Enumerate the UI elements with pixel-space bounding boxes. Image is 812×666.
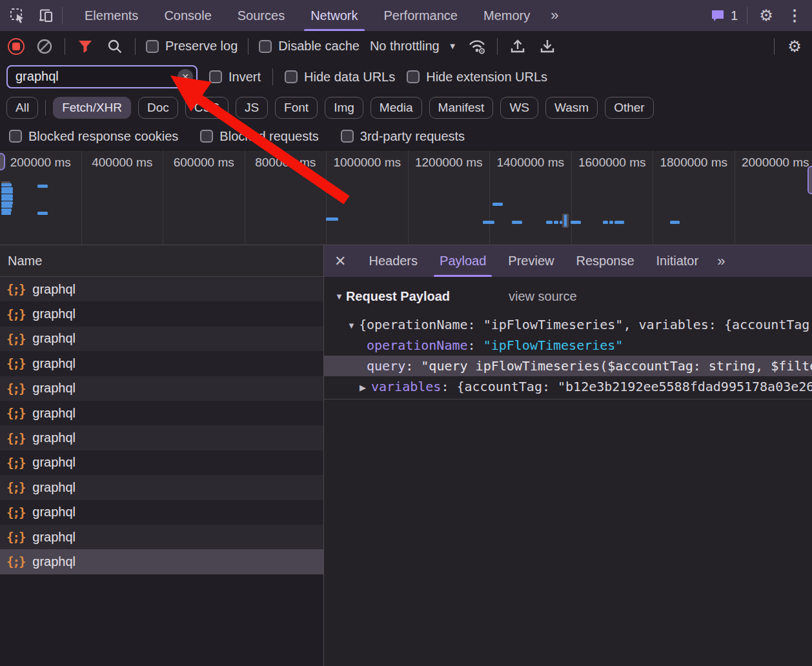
hide-data-urls-checkbox[interactable]: Hide data URLs: [285, 70, 395, 85]
checkbox-box[interactable]: [209, 70, 222, 83]
timeline-scroll-handle-right[interactable]: [807, 166, 812, 194]
detail-tab-initiator[interactable]: Initiator: [645, 245, 710, 277]
request-row[interactable]: {;}graphql: [0, 327, 323, 351]
request-row[interactable]: {;}graphql: [0, 401, 323, 425]
filter-funnel-icon[interactable]: [76, 37, 95, 56]
filter-chip-js[interactable]: JS: [236, 97, 268, 119]
collapse-triangle-icon[interactable]: ▼: [335, 292, 343, 301]
view-source-link[interactable]: view source: [509, 289, 577, 304]
request-row[interactable]: {;}graphql: [0, 425, 323, 450]
clear-network-log-icon[interactable]: [35, 37, 54, 56]
filter-chip-fetch-xhr[interactable]: Fetch/XHR: [53, 97, 131, 119]
hide-extension-urls-checkbox[interactable]: Hide extension URLs: [407, 70, 547, 85]
checkbox-box[interactable]: [407, 70, 420, 83]
checkbox-box[interactable]: [341, 130, 354, 143]
export-har-icon[interactable]: [538, 37, 557, 56]
toolbar-divider: [497, 38, 498, 55]
network-conditions-icon[interactable]: [467, 37, 487, 56]
filter-input[interactable]: [6, 65, 198, 88]
close-details-icon[interactable]: ✕: [324, 253, 358, 270]
clear-filter-icon[interactable]: ✕: [178, 69, 193, 85]
payload-root-line[interactable]: ▼{operationName: "ipFlowTimeseries", var…: [324, 314, 812, 335]
hide-extension-urls-label: Hide extension URLs: [426, 70, 547, 85]
name-column-header[interactable]: Name: [0, 245, 323, 277]
third-party-requests-checkbox[interactable]: 3rd-party requests: [341, 129, 465, 144]
request-timing-bar: [614, 221, 624, 224]
invert-checkbox[interactable]: Invert: [209, 70, 261, 85]
detail-tab-payload[interactable]: Payload: [429, 245, 497, 277]
request-row[interactable]: {;}graphql: [0, 351, 323, 376]
request-timing-bar: [37, 212, 48, 215]
search-icon[interactable]: [105, 37, 125, 56]
request-row[interactable]: {;}graphql: [0, 376, 323, 401]
filter-chip-css[interactable]: CSS: [185, 97, 228, 119]
request-row[interactable]: {;}graphql: [0, 450, 323, 475]
request-timing-bar: [37, 185, 48, 188]
request-name: graphql: [32, 430, 76, 445]
kebab-menu-icon[interactable]: ⋮: [785, 6, 804, 25]
tab-console[interactable]: Console: [151, 0, 224, 31]
request-timing-bar: [492, 203, 503, 206]
request-name: graphql: [32, 381, 76, 396]
filter-chip-img[interactable]: Img: [325, 97, 363, 119]
tab-sources[interactable]: Sources: [225, 0, 298, 31]
payload-variables-line[interactable]: ▶variables: {accountTag: "b12e3b2192ee55…: [324, 376, 812, 397]
disable-cache-checkbox[interactable]: Disable cache: [259, 39, 360, 54]
timeline-bars: [0, 150, 812, 245]
blocked-requests-label: Blocked requests: [219, 129, 318, 144]
request-row[interactable]: {;}graphql: [0, 549, 323, 574]
checkbox-box[interactable]: [146, 40, 159, 53]
filter-chip-doc[interactable]: Doc: [138, 97, 178, 119]
filter-chip-ws[interactable]: WS: [500, 97, 538, 119]
network-overview-timeline[interactable]: 200000 ms400000 ms600000 ms800000 ms1000…: [0, 150, 812, 245]
checkbox-box[interactable]: [285, 70, 298, 83]
payload-operation-name-line[interactable]: operationName: "ipFlowTimeseries": [324, 335, 812, 356]
request-row[interactable]: {;}graphql: [0, 500, 323, 525]
checkbox-box[interactable]: [9, 130, 22, 143]
settings-gear-icon[interactable]: ⚙: [756, 6, 776, 25]
inspect-element-icon[interactable]: [8, 6, 27, 25]
request-name: graphql: [32, 455, 76, 470]
tab-network[interactable]: Network: [298, 0, 370, 31]
json-braces-icon: {;}: [6, 356, 25, 370]
filter-chip-manifest[interactable]: Manifest: [429, 97, 494, 119]
payload-query-line[interactable]: query: "query ipFlowTimeseries($accountT…: [324, 356, 812, 376]
device-toolbar-icon[interactable]: [36, 6, 56, 25]
detail-tab-preview[interactable]: Preview: [497, 245, 565, 277]
tab-memory[interactable]: Memory: [471, 0, 543, 31]
tab-elements[interactable]: Elements: [72, 0, 151, 31]
timeline-scroll-handle-left[interactable]: [0, 153, 5, 170]
import-har-icon[interactable]: [508, 37, 527, 56]
detail-tab-response[interactable]: Response: [565, 245, 645, 277]
detail-more-tabs-chevron-icon[interactable]: »: [709, 253, 731, 270]
expand-triangle-icon[interactable]: ▶: [360, 378, 371, 397]
throttling-dropdown[interactable]: No throttling ▼: [370, 39, 457, 54]
request-timing-bar: [1, 212, 11, 215]
request-row[interactable]: {;}graphql: [0, 277, 323, 301]
json-braces-icon: {;}: [6, 431, 25, 445]
detail-tab-strip: HeadersPayloadPreviewResponseInitiator: [358, 246, 709, 277]
preserve-log-checkbox[interactable]: Preserve log: [146, 39, 238, 54]
request-row[interactable]: {;}graphql: [0, 475, 323, 500]
checkbox-box[interactable]: [200, 130, 213, 143]
request-row[interactable]: {;}graphql: [0, 301, 323, 326]
request-name: graphql: [32, 356, 76, 371]
blocked-requests-checkbox[interactable]: Blocked requests: [200, 129, 318, 144]
request-row[interactable]: {;}graphql: [0, 525, 323, 549]
collapse-triangle-icon[interactable]: ▼: [347, 316, 359, 335]
filter-chip-other[interactable]: Other: [605, 97, 654, 119]
issues-button[interactable]: 1: [710, 8, 738, 23]
resource-chip-strip: AllFetch/XHRDocCSSJSFontImgMediaManifest…: [0, 92, 812, 123]
blocked-response-cookies-checkbox[interactable]: Blocked response cookies: [9, 129, 178, 144]
json-braces-icon: {;}: [6, 480, 25, 494]
filter-chip-wasm[interactable]: Wasm: [545, 97, 598, 119]
record-network-log-button[interactable]: [8, 38, 25, 55]
network-settings-gear-icon[interactable]: ⚙: [785, 37, 804, 56]
checkbox-box[interactable]: [259, 40, 272, 53]
filter-chip-font[interactable]: Font: [275, 97, 318, 119]
detail-tab-headers[interactable]: Headers: [358, 245, 429, 277]
more-panels-chevron-icon[interactable]: »: [543, 7, 565, 24]
filter-chip-all[interactable]: All: [6, 97, 38, 119]
tab-performance[interactable]: Performance: [371, 0, 471, 31]
filter-chip-media[interactable]: Media: [370, 97, 422, 119]
